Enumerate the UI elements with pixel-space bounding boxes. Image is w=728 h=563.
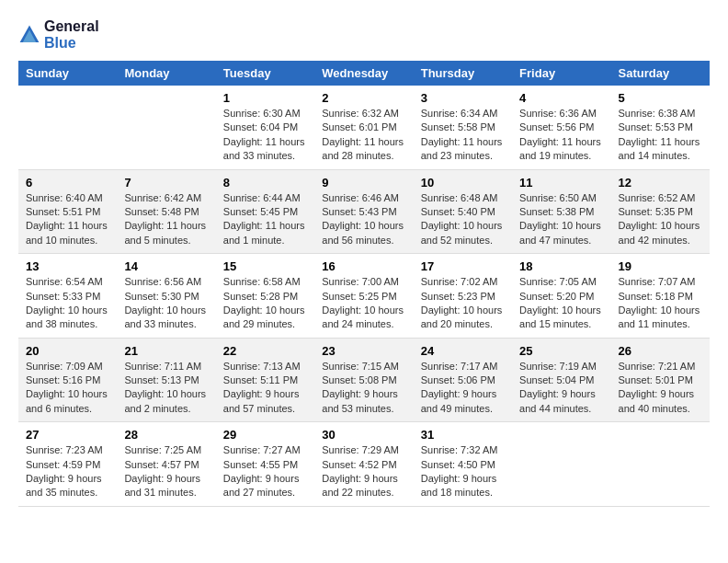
day-cell: 6Sunrise: 6:40 AMSunset: 5:51 PMDaylight… xyxy=(18,169,117,254)
weekday-header-friday: Friday xyxy=(512,61,610,86)
day-cell: 21Sunrise: 7:11 AMSunset: 5:13 PMDayligh… xyxy=(117,338,215,422)
day-cell: 22Sunrise: 7:13 AMSunset: 5:11 PMDayligh… xyxy=(216,338,314,422)
day-info: Sunrise: 6:50 AMSunset: 5:38 PMDaylight:… xyxy=(519,191,603,248)
day-cell: 9Sunrise: 6:46 AMSunset: 5:43 PMDaylight… xyxy=(314,169,413,254)
day-number: 26 xyxy=(619,344,702,358)
day-cell: 27Sunrise: 7:23 AMSunset: 4:59 PMDayligh… xyxy=(18,422,117,507)
day-info: Sunrise: 6:36 AMSunset: 5:56 PMDaylight:… xyxy=(519,107,603,164)
day-number: 28 xyxy=(124,428,208,442)
day-info: Sunrise: 6:38 AMSunset: 5:53 PMDaylight:… xyxy=(619,107,702,164)
logo-icon xyxy=(18,24,40,46)
logo-text: General Blue xyxy=(44,18,99,52)
day-number: 31 xyxy=(421,428,505,442)
day-info: Sunrise: 7:19 AMSunset: 5:04 PMDaylight:… xyxy=(519,360,603,417)
day-cell: 18Sunrise: 7:05 AMSunset: 5:20 PMDayligh… xyxy=(512,254,610,339)
weekday-header-monday: Monday xyxy=(117,61,215,86)
day-number: 17 xyxy=(421,259,505,273)
day-cell xyxy=(117,86,215,169)
day-info: Sunrise: 6:42 AMSunset: 5:48 PMDaylight:… xyxy=(124,191,208,248)
day-cell: 20Sunrise: 7:09 AMSunset: 5:16 PMDayligh… xyxy=(18,338,117,422)
day-info: Sunrise: 7:32 AMSunset: 4:50 PMDaylight:… xyxy=(421,443,505,500)
day-number: 6 xyxy=(26,176,109,190)
day-number: 5 xyxy=(619,91,702,105)
day-info: Sunrise: 6:30 AMSunset: 6:04 PMDaylight:… xyxy=(223,107,307,164)
day-info: Sunrise: 6:48 AMSunset: 5:40 PMDaylight:… xyxy=(421,191,505,248)
day-info: Sunrise: 6:34 AMSunset: 5:58 PMDaylight:… xyxy=(421,107,505,164)
day-info: Sunrise: 7:05 AMSunset: 5:20 PMDaylight:… xyxy=(519,275,603,332)
day-info: Sunrise: 6:32 AMSunset: 6:01 PMDaylight:… xyxy=(322,107,405,164)
day-cell: 10Sunrise: 6:48 AMSunset: 5:40 PMDayligh… xyxy=(414,169,512,254)
day-number: 24 xyxy=(421,344,505,358)
day-cell: 31Sunrise: 7:32 AMSunset: 4:50 PMDayligh… xyxy=(414,422,512,507)
weekday-header-thursday: Thursday xyxy=(414,61,512,86)
weekday-header-tuesday: Tuesday xyxy=(216,61,314,86)
day-number: 4 xyxy=(519,91,603,105)
day-number: 1 xyxy=(223,91,307,105)
day-number: 20 xyxy=(26,344,109,358)
day-number: 16 xyxy=(322,259,405,273)
day-cell: 25Sunrise: 7:19 AMSunset: 5:04 PMDayligh… xyxy=(512,338,610,422)
day-info: Sunrise: 7:11 AMSunset: 5:13 PMDaylight:… xyxy=(124,360,208,417)
day-number: 9 xyxy=(322,176,405,190)
day-cell: 17Sunrise: 7:02 AMSunset: 5:23 PMDayligh… xyxy=(414,254,512,339)
day-number: 13 xyxy=(26,259,109,273)
day-info: Sunrise: 7:09 AMSunset: 5:16 PMDaylight:… xyxy=(26,360,109,417)
calendar-header: General Blue xyxy=(18,18,710,52)
day-number: 18 xyxy=(519,259,603,273)
day-number: 3 xyxy=(421,91,505,105)
day-info: Sunrise: 7:23 AMSunset: 4:59 PMDaylight:… xyxy=(26,443,109,500)
day-cell: 26Sunrise: 7:21 AMSunset: 5:01 PMDayligh… xyxy=(611,338,710,422)
day-cell: 13Sunrise: 6:54 AMSunset: 5:33 PMDayligh… xyxy=(18,254,117,339)
day-info: Sunrise: 6:44 AMSunset: 5:45 PMDaylight:… xyxy=(223,191,307,248)
day-number: 8 xyxy=(223,176,307,190)
day-cell xyxy=(611,422,710,507)
day-number: 15 xyxy=(223,259,307,273)
week-row-3: 13Sunrise: 6:54 AMSunset: 5:33 PMDayligh… xyxy=(18,254,710,339)
day-cell: 24Sunrise: 7:17 AMSunset: 5:06 PMDayligh… xyxy=(414,338,512,422)
day-number: 23 xyxy=(322,344,405,358)
day-cell: 3Sunrise: 6:34 AMSunset: 5:58 PMDaylight… xyxy=(414,86,512,169)
calendar-table: SundayMondayTuesdayWednesdayThursdayFrid… xyxy=(18,61,710,507)
day-info: Sunrise: 7:02 AMSunset: 5:23 PMDaylight:… xyxy=(421,275,505,332)
day-cell: 29Sunrise: 7:27 AMSunset: 4:55 PMDayligh… xyxy=(216,422,314,507)
day-info: Sunrise: 6:40 AMSunset: 5:51 PMDaylight:… xyxy=(26,191,109,248)
day-cell: 2Sunrise: 6:32 AMSunset: 6:01 PMDaylight… xyxy=(314,86,413,169)
logo: General Blue xyxy=(18,18,99,52)
day-number: 22 xyxy=(223,344,307,358)
day-info: Sunrise: 7:15 AMSunset: 5:08 PMDaylight:… xyxy=(322,360,405,417)
weekday-header-saturday: Saturday xyxy=(611,61,710,86)
week-row-5: 27Sunrise: 7:23 AMSunset: 4:59 PMDayligh… xyxy=(18,422,710,507)
day-info: Sunrise: 6:58 AMSunset: 5:28 PMDaylight:… xyxy=(223,275,307,332)
day-number: 2 xyxy=(322,91,405,105)
day-number: 12 xyxy=(619,176,702,190)
day-number: 29 xyxy=(223,428,307,442)
day-number: 14 xyxy=(124,259,208,273)
day-info: Sunrise: 6:56 AMSunset: 5:30 PMDaylight:… xyxy=(124,275,208,332)
day-cell: 8Sunrise: 6:44 AMSunset: 5:45 PMDaylight… xyxy=(216,169,314,254)
day-number: 11 xyxy=(519,176,603,190)
week-row-2: 6Sunrise: 6:40 AMSunset: 5:51 PMDaylight… xyxy=(18,169,710,254)
day-info: Sunrise: 6:46 AMSunset: 5:43 PMDaylight:… xyxy=(322,191,405,248)
day-number: 10 xyxy=(421,176,505,190)
day-cell: 4Sunrise: 6:36 AMSunset: 5:56 PMDaylight… xyxy=(512,86,610,169)
day-number: 7 xyxy=(124,176,208,190)
weekday-header-row: SundayMondayTuesdayWednesdayThursdayFrid… xyxy=(18,61,710,86)
weekday-header-wednesday: Wednesday xyxy=(314,61,413,86)
day-info: Sunrise: 6:52 AMSunset: 5:35 PMDaylight:… xyxy=(619,191,702,248)
day-number: 21 xyxy=(124,344,208,358)
day-number: 25 xyxy=(519,344,603,358)
day-info: Sunrise: 7:13 AMSunset: 5:11 PMDaylight:… xyxy=(223,360,307,417)
day-info: Sunrise: 7:27 AMSunset: 4:55 PMDaylight:… xyxy=(223,443,307,500)
day-cell xyxy=(18,86,117,169)
day-cell: 30Sunrise: 7:29 AMSunset: 4:52 PMDayligh… xyxy=(314,422,413,507)
day-cell: 12Sunrise: 6:52 AMSunset: 5:35 PMDayligh… xyxy=(611,169,710,254)
day-cell: 5Sunrise: 6:38 AMSunset: 5:53 PMDaylight… xyxy=(611,86,710,169)
day-info: Sunrise: 7:17 AMSunset: 5:06 PMDaylight:… xyxy=(421,360,505,417)
day-number: 27 xyxy=(26,428,109,442)
day-info: Sunrise: 7:21 AMSunset: 5:01 PMDaylight:… xyxy=(619,360,702,417)
day-info: Sunrise: 6:54 AMSunset: 5:33 PMDaylight:… xyxy=(26,275,109,332)
day-cell: 28Sunrise: 7:25 AMSunset: 4:57 PMDayligh… xyxy=(117,422,215,507)
day-info: Sunrise: 7:07 AMSunset: 5:18 PMDaylight:… xyxy=(619,275,702,332)
week-row-1: 1Sunrise: 6:30 AMSunset: 6:04 PMDaylight… xyxy=(18,86,710,169)
day-info: Sunrise: 7:25 AMSunset: 4:57 PMDaylight:… xyxy=(124,443,208,500)
